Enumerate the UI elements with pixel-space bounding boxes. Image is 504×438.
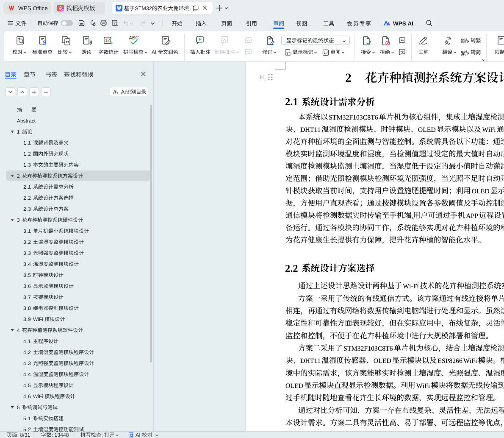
svg-text:12: 12 <box>105 38 110 43</box>
svg-text:ABC: ABC <box>129 35 139 40</box>
svg-text:AI: AI <box>61 8 64 11</box>
